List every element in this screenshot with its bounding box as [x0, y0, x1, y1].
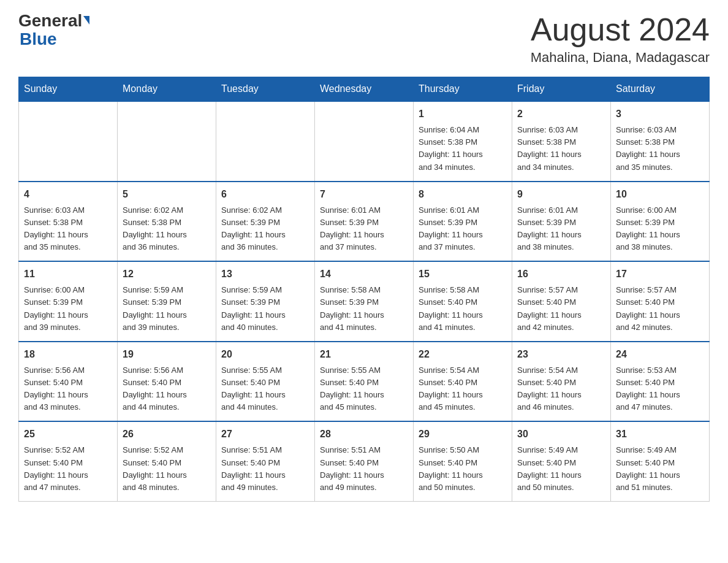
day-info: Sunrise: 5:56 AMSunset: 5:40 PMDaylight:…	[24, 364, 112, 414]
calendar-day-cell	[315, 101, 414, 182]
day-info: Sunrise: 6:00 AMSunset: 5:39 PMDaylight:…	[24, 284, 112, 334]
header-thursday: Thursday	[414, 77, 512, 102]
day-info: Sunrise: 6:00 AMSunset: 5:39 PMDaylight:…	[616, 204, 704, 254]
day-number: 7	[320, 187, 408, 202]
calendar-day-cell	[19, 101, 118, 182]
day-info: Sunrise: 5:58 AMSunset: 5:40 PMDaylight:…	[419, 284, 507, 334]
logo: General Blue	[18, 12, 89, 48]
calendar-day-cell: 11Sunrise: 6:00 AMSunset: 5:39 PMDayligh…	[19, 261, 118, 342]
header-saturday: Saturday	[611, 77, 710, 102]
day-info: Sunrise: 5:57 AMSunset: 5:40 PMDaylight:…	[616, 284, 704, 334]
calendar-week-row: 18Sunrise: 5:56 AMSunset: 5:40 PMDayligh…	[19, 342, 710, 422]
day-info: Sunrise: 6:04 AMSunset: 5:38 PMDaylight:…	[419, 124, 507, 174]
calendar-week-row: 1Sunrise: 6:04 AMSunset: 5:38 PMDaylight…	[19, 101, 710, 182]
calendar-table: Sunday Monday Tuesday Wednesday Thursday…	[18, 77, 710, 502]
calendar-day-cell: 15Sunrise: 5:58 AMSunset: 5:40 PMDayligh…	[414, 261, 512, 342]
calendar-day-cell: 30Sunrise: 5:49 AMSunset: 5:40 PMDayligh…	[512, 421, 611, 501]
day-info: Sunrise: 5:56 AMSunset: 5:40 PMDaylight:…	[123, 364, 211, 414]
header-monday: Monday	[118, 77, 216, 102]
day-number: 12	[123, 267, 211, 282]
day-info: Sunrise: 6:03 AMSunset: 5:38 PMDaylight:…	[24, 204, 112, 254]
day-number: 21	[320, 347, 408, 362]
day-info: Sunrise: 6:03 AMSunset: 5:38 PMDaylight:…	[517, 124, 605, 174]
day-number: 19	[123, 347, 211, 362]
calendar-day-cell: 7Sunrise: 6:01 AMSunset: 5:39 PMDaylight…	[315, 182, 414, 262]
day-info: Sunrise: 5:51 AMSunset: 5:40 PMDaylight:…	[221, 444, 309, 494]
day-info: Sunrise: 5:59 AMSunset: 5:39 PMDaylight:…	[221, 284, 309, 334]
day-number: 24	[616, 347, 704, 362]
day-info: Sunrise: 5:55 AMSunset: 5:40 PMDaylight:…	[221, 364, 309, 414]
logo-triangle-icon	[83, 16, 89, 25]
calendar-day-cell: 17Sunrise: 5:57 AMSunset: 5:40 PMDayligh…	[611, 261, 710, 342]
day-number: 5	[123, 187, 211, 202]
header-tuesday: Tuesday	[216, 77, 315, 102]
calendar-day-cell: 27Sunrise: 5:51 AMSunset: 5:40 PMDayligh…	[216, 421, 315, 501]
calendar-day-cell: 18Sunrise: 5:56 AMSunset: 5:40 PMDayligh…	[19, 342, 118, 422]
day-number: 6	[221, 187, 309, 202]
day-number: 28	[320, 427, 408, 442]
calendar-subtitle: Mahalina, Diana, Madagascar	[531, 50, 710, 66]
calendar-day-cell: 3Sunrise: 6:03 AMSunset: 5:38 PMDaylight…	[611, 101, 710, 182]
calendar-day-cell: 12Sunrise: 5:59 AMSunset: 5:39 PMDayligh…	[118, 261, 216, 342]
calendar-day-cell: 8Sunrise: 6:01 AMSunset: 5:39 PMDaylight…	[414, 182, 512, 262]
day-number: 25	[24, 427, 112, 442]
day-number: 31	[616, 427, 704, 442]
calendar-day-cell: 19Sunrise: 5:56 AMSunset: 5:40 PMDayligh…	[118, 342, 216, 422]
day-info: Sunrise: 6:02 AMSunset: 5:39 PMDaylight:…	[221, 204, 309, 254]
day-info: Sunrise: 5:49 AMSunset: 5:40 PMDaylight:…	[517, 444, 605, 494]
logo-blue: Blue	[20, 31, 57, 48]
day-info: Sunrise: 5:50 AMSunset: 5:40 PMDaylight:…	[419, 444, 507, 494]
header-wednesday: Wednesday	[315, 77, 414, 102]
day-info: Sunrise: 5:59 AMSunset: 5:39 PMDaylight:…	[123, 284, 211, 334]
day-info: Sunrise: 5:53 AMSunset: 5:40 PMDaylight:…	[616, 364, 704, 414]
calendar-day-cell: 9Sunrise: 6:01 AMSunset: 5:39 PMDaylight…	[512, 182, 611, 262]
day-number: 1	[419, 107, 507, 121]
calendar-day-cell: 29Sunrise: 5:50 AMSunset: 5:40 PMDayligh…	[414, 421, 512, 501]
calendar-week-row: 25Sunrise: 5:52 AMSunset: 5:40 PMDayligh…	[19, 421, 710, 501]
day-info: Sunrise: 6:01 AMSunset: 5:39 PMDaylight:…	[517, 204, 605, 254]
calendar-day-cell: 25Sunrise: 5:52 AMSunset: 5:40 PMDayligh…	[19, 421, 118, 501]
day-number: 22	[419, 347, 507, 362]
day-number: 13	[221, 267, 309, 282]
day-number: 14	[320, 267, 408, 282]
calendar-day-cell: 1Sunrise: 6:04 AMSunset: 5:38 PMDaylight…	[414, 101, 512, 182]
calendar-title: August 2024	[531, 12, 710, 47]
calendar-day-cell: 16Sunrise: 5:57 AMSunset: 5:40 PMDayligh…	[512, 261, 611, 342]
calendar-day-cell	[216, 101, 315, 182]
day-number: 15	[419, 267, 507, 282]
header-sunday: Sunday	[19, 77, 118, 102]
weekday-header-row: Sunday Monday Tuesday Wednesday Thursday…	[19, 77, 710, 102]
day-number: 11	[24, 267, 112, 282]
day-number: 26	[123, 427, 211, 442]
day-number: 18	[24, 347, 112, 362]
day-number: 4	[24, 187, 112, 202]
logo-general: General	[18, 12, 89, 29]
calendar-day-cell: 31Sunrise: 5:49 AMSunset: 5:40 PMDayligh…	[611, 421, 710, 501]
calendar-week-row: 11Sunrise: 6:00 AMSunset: 5:39 PMDayligh…	[19, 261, 710, 342]
day-info: Sunrise: 5:55 AMSunset: 5:40 PMDaylight:…	[320, 364, 408, 414]
day-number: 23	[517, 347, 605, 362]
calendar-week-row: 4Sunrise: 6:03 AMSunset: 5:38 PMDaylight…	[19, 182, 710, 262]
calendar-day-cell: 14Sunrise: 5:58 AMSunset: 5:39 PMDayligh…	[315, 261, 414, 342]
day-info: Sunrise: 5:54 AMSunset: 5:40 PMDaylight:…	[419, 364, 507, 414]
calendar-day-cell: 4Sunrise: 6:03 AMSunset: 5:38 PMDaylight…	[19, 182, 118, 262]
day-info: Sunrise: 5:51 AMSunset: 5:40 PMDaylight:…	[320, 444, 408, 494]
day-number: 30	[517, 427, 605, 442]
day-number: 9	[517, 187, 605, 202]
day-number: 20	[221, 347, 309, 362]
calendar-day-cell: 28Sunrise: 5:51 AMSunset: 5:40 PMDayligh…	[315, 421, 414, 501]
calendar-day-cell: 21Sunrise: 5:55 AMSunset: 5:40 PMDayligh…	[315, 342, 414, 422]
day-number: 17	[616, 267, 704, 282]
page-header: General Blue August 2024 Mahalina, Diana…	[18, 12, 710, 66]
day-number: 2	[517, 107, 605, 121]
calendar-day-cell: 22Sunrise: 5:54 AMSunset: 5:40 PMDayligh…	[414, 342, 512, 422]
calendar-day-cell: 26Sunrise: 5:52 AMSunset: 5:40 PMDayligh…	[118, 421, 216, 501]
calendar-day-cell: 24Sunrise: 5:53 AMSunset: 5:40 PMDayligh…	[611, 342, 710, 422]
day-info: Sunrise: 5:54 AMSunset: 5:40 PMDaylight:…	[517, 364, 605, 414]
calendar-day-cell: 6Sunrise: 6:02 AMSunset: 5:39 PMDaylight…	[216, 182, 315, 262]
day-number: 8	[419, 187, 507, 202]
calendar-day-cell	[118, 101, 216, 182]
day-info: Sunrise: 6:01 AMSunset: 5:39 PMDaylight:…	[419, 204, 507, 254]
day-info: Sunrise: 5:57 AMSunset: 5:40 PMDaylight:…	[517, 284, 605, 334]
day-info: Sunrise: 5:52 AMSunset: 5:40 PMDaylight:…	[123, 444, 211, 494]
